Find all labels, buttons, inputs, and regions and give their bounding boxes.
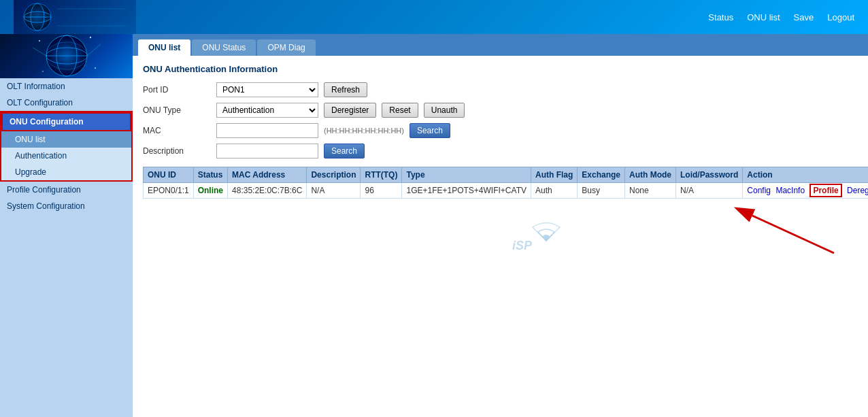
onu-type-select[interactable]: Authentication All Online Offline [216,103,318,118]
action-config[interactable]: Config [747,186,771,195]
cell-auth-flag: Auth [531,183,577,199]
svg-line-18 [752,216,834,253]
content-area: ONU Authentication Information Port ID P… [133,56,868,261]
col-auth-flag: Auth Flag [531,167,577,183]
onu-table: ONU ID Status MAC Address Description RT… [143,167,868,199]
logo [14,0,136,34]
sidebar-item-system-config[interactable]: System Configuration [0,198,133,214]
mac-input[interactable] [216,123,318,138]
col-onu-id: ONU ID [144,167,194,183]
cell-onu-id: EPON0/1:1 [144,183,194,199]
col-status: Status [193,167,227,183]
desc-label: Description [143,146,211,156]
col-type: Type [402,167,531,183]
watermark-area: iSP [143,199,868,253]
cell-mac-address: 48:35:2E:0C:7B:6C [228,183,307,199]
cell-action: Config MacInfo Profile Deregister Reset … [743,183,868,199]
search-mac-button[interactable]: Search [410,123,450,138]
desc-row: Description Search [143,144,868,159]
action-profile[interactable]: Profile [809,184,841,197]
sidebar: OLT Information OLT Configuration ONU Co… [0,34,133,417]
unauth-button[interactable]: Unauth [424,103,465,118]
tab-onu-status[interactable]: ONU Status [192,39,256,56]
sidebar-onu-config-section: ONU Configuration ONU list Authenticatio… [0,111,133,182]
mac-label: MAC [143,126,211,135]
desc-input[interactable] [216,144,318,159]
action-macinfo[interactable]: MacInfo [775,186,805,195]
col-mac-address: MAC Address [228,167,307,183]
sidebar-sub-authentication[interactable]: Authentication [1,148,131,164]
layout: OLT Information OLT Configuration ONU Co… [0,34,868,417]
status-badge: Online [198,186,223,195]
svg-point-14 [95,67,96,69]
onu-type-row: ONU Type Authentication All Online Offli… [143,103,868,118]
col-action: Action [743,167,868,183]
table-header-row: ONU ID Status MAC Address Description RT… [144,167,869,183]
main-content: ONU list ONU Status OPM Diag ONU Authent… [133,34,868,417]
cell-auth-mode: None [625,183,676,199]
isp-logo: iSP [505,210,587,251]
svg-text:iSP: iSP [512,239,533,251]
sidebar-item-olt-info[interactable]: OLT Information [0,78,133,95]
sidebar-globe [0,34,133,78]
svg-point-12 [89,37,90,38]
refresh-button[interactable]: Refresh [324,82,367,97]
onu-type-label: ONU Type [143,105,211,115]
red-arrow-svg [732,205,868,260]
top-bar: Status ONU list Save Logout [0,0,868,34]
cell-rtt: 96 [361,183,402,199]
cell-type: 1GE+1FE+1POTS+4WIFI+CATV [402,183,531,199]
sidebar-item-profile-config[interactable]: Profile Configuration [0,182,133,198]
nav-save[interactable]: Save [794,12,814,22]
mac-hint: (HH:HH:HH:HH:HH:HH) [324,127,404,135]
search-desc-button[interactable]: Search [324,144,365,159]
reset-button[interactable]: Reset [382,103,418,118]
port-id-row: Port ID PON1 PON2 PON3 PON4 Refresh [143,82,868,97]
nav-onu-list[interactable]: ONU list [747,12,780,22]
section-title: ONU Authentication Information [143,64,868,74]
col-exchange: Exchange [578,167,625,183]
port-id-select[interactable]: PON1 PON2 PON3 PON4 [216,82,318,97]
tab-bar: ONU list ONU Status OPM Diag [133,34,868,56]
port-id-label: Port ID [143,85,211,95]
cell-status: Online [193,183,227,199]
col-auth-mode: Auth Mode [625,167,676,183]
sidebar-onu-config-header[interactable]: ONU Configuration [1,112,131,131]
action-deregister[interactable]: Deregister [847,186,868,195]
col-rtt: RTT(TQ) [361,167,402,183]
sidebar-sub-upgrade[interactable]: Upgrade [1,164,131,180]
sidebar-sub-onu-list[interactable]: ONU list [1,131,131,148]
svg-point-13 [42,71,44,72]
nav-logout[interactable]: Logout [827,12,854,22]
tab-onu-list[interactable]: ONU list [138,39,190,56]
table-row: EPON0/1:1 Online 48:35:2E:0C:7B:6C N/A 9… [144,183,869,199]
cell-exchange: Busy [578,183,625,199]
top-nav: Status ONU list Save Logout [708,12,854,22]
col-description: Description [307,167,361,183]
col-loid-password: Loid/Password [676,167,743,183]
cell-description: N/A [307,183,361,199]
svg-point-11 [39,40,40,41]
svg-line-15 [33,48,46,56]
svg-line-16 [87,44,101,56]
sidebar-item-olt-config[interactable]: OLT Configuration [0,95,133,111]
deregister-button[interactable]: Deregister [324,103,376,118]
mac-row: MAC (HH:HH:HH:HH:HH:HH) Search [143,123,868,138]
tab-opm-diag[interactable]: OPM Diag [257,39,315,56]
cell-loid-password: N/A [676,183,743,199]
nav-status[interactable]: Status [708,12,733,22]
